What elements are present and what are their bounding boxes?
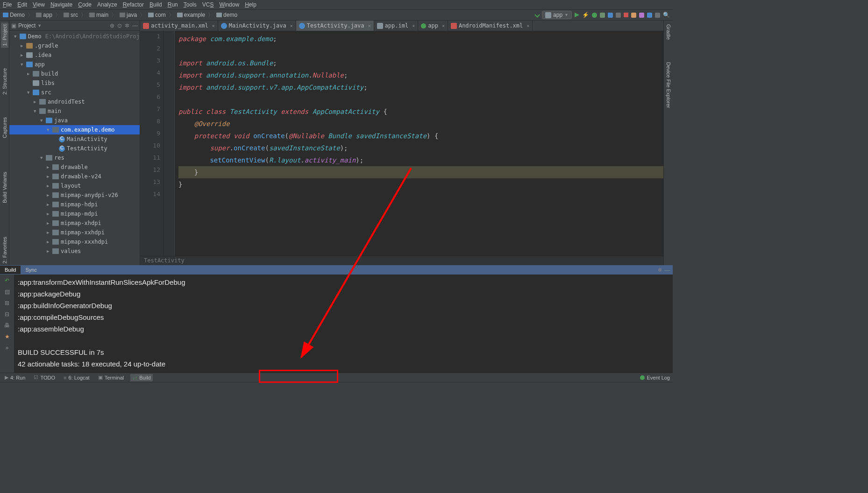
breadcrumb-item[interactable]: src	[64, 12, 78, 18]
editor-icon-gutter[interactable]	[164, 31, 175, 256]
code-line[interactable]: protected void onCreate(@Nullable Bundle…	[178, 130, 663, 142]
code-line[interactable]	[178, 190, 663, 203]
code-line[interactable]: @Override	[178, 118, 663, 130]
gear-icon[interactable]: ✲	[125, 22, 129, 29]
tool-tab-gradle[interactable]: Gradle	[665, 22, 672, 42]
collapse-icon[interactable]: ⊕	[110, 22, 114, 29]
file-tab[interactable]: app×	[418, 21, 448, 31]
tool-tab-1-project[interactable]: 1: Project	[1, 22, 8, 48]
close-icon[interactable]: ×	[412, 23, 415, 28]
close-icon[interactable]: ×	[212, 23, 215, 28]
bottom-tab-terminal[interactable]: ▣Terminal	[96, 373, 126, 381]
tree-node[interactable]: ▶build	[9, 69, 140, 78]
line-number-gutter[interactable]: 1234567891011121314	[140, 31, 164, 256]
tab-build[interactable]: Build	[0, 266, 21, 274]
code-line[interactable]	[178, 45, 663, 57]
project-tree[interactable]: ▼DemoE:\Android\AndroidStudioProj▶.gradl…	[9, 31, 140, 265]
bottom-tab-build[interactable]: ↓↑Build	[130, 374, 152, 381]
code-line[interactable]: import android.os.Bundle;	[178, 57, 663, 69]
more-icon[interactable]: »	[6, 345, 9, 351]
tree-node[interactable]: libs	[9, 78, 140, 88]
tree-node[interactable]: ▶values	[9, 246, 140, 256]
tree-node[interactable]: ▶layout	[9, 181, 140, 190]
tree-node[interactable]: ▶mipmap-mdpi	[9, 209, 140, 218]
gear-icon[interactable]: ✲	[658, 267, 662, 273]
avd-icon[interactable]	[639, 13, 644, 18]
tree-node[interactable]: ▶.idea	[9, 50, 140, 60]
tree-node[interactable]: ▶mipmap-xhdpi	[9, 218, 140, 228]
close-icon[interactable]: ×	[526, 23, 529, 28]
bottom-tab-4-run[interactable]: ▶4: Run	[3, 373, 27, 381]
tree-node[interactable]: ▶mipmap-hdpi	[9, 200, 140, 209]
menu-navigate[interactable]: Navigate	[50, 1, 72, 8]
tree-node[interactable]: ▼com.example.demo	[9, 125, 140, 134]
code-line[interactable]: }	[178, 178, 663, 190]
breadcrumb-item[interactable]: Demo	[3, 12, 25, 18]
menu-code[interactable]: Code	[78, 1, 92, 8]
menu-run[interactable]: Run	[168, 1, 178, 8]
tree-node[interactable]: ▶drawable	[9, 162, 140, 172]
tree-node[interactable]: ▶mipmap-anydpi-v26	[9, 190, 140, 200]
toolbar-icon[interactable]	[616, 13, 621, 18]
tree-node[interactable]: ▼res	[9, 153, 140, 162]
menu-file[interactable]: File	[3, 1, 12, 8]
menu-refactor[interactable]: Refactor	[123, 1, 144, 8]
tool-tab-2-favorites[interactable]: 2: Favorites	[1, 235, 8, 265]
tree-node[interactable]: ▶mipmap-xxhdpi	[9, 228, 140, 237]
tree-node[interactable]: ▼java	[9, 116, 140, 125]
tool-tab-captures[interactable]: Captures	[1, 115, 8, 140]
breadcrumb-item[interactable]: example	[177, 12, 205, 18]
tool-tab-device-file-explorer[interactable]: Device File Explorer	[665, 60, 672, 110]
file-tab[interactable]: AndroidManifest.xml×	[448, 21, 533, 31]
breadcrumb-item[interactable]: java	[120, 12, 137, 18]
sync-icon[interactable]	[631, 13, 636, 18]
file-tab[interactable]: activity_main.xml×	[140, 21, 218, 31]
tree-node[interactable]: ▼app	[9, 60, 140, 69]
print-icon[interactable]: 🖶	[4, 322, 10, 329]
menu-build[interactable]: Build	[149, 1, 162, 8]
file-tab[interactable]: TestActivity.java×	[296, 21, 374, 31]
tree-node[interactable]: MainActivity	[9, 134, 140, 144]
menu-view[interactable]: View	[33, 1, 45, 8]
breadcrumb-item[interactable]: app	[36, 12, 52, 18]
expand-icon[interactable]: ⊞	[5, 300, 9, 306]
profile-icon[interactable]	[600, 13, 605, 18]
tree-node[interactable]: ▶androidTest	[9, 97, 140, 106]
bottom-tab-6-logcat[interactable]: ≡6: Logcat	[62, 374, 92, 381]
filter-icon[interactable]: ▤	[5, 289, 10, 295]
breadcrumb-item[interactable]: demo	[216, 12, 237, 18]
code-line[interactable]: import android.support.v7.app.AppCompatA…	[178, 81, 663, 93]
menu-window[interactable]: Window	[219, 1, 239, 8]
hide-icon[interactable]: —	[665, 267, 670, 273]
breadcrumb[interactable]: Demo〉app〉src〉main〉java〉com〉example〉demo	[3, 11, 237, 19]
attach-icon[interactable]	[608, 13, 613, 18]
close-icon[interactable]: ×	[290, 23, 293, 28]
run-icon[interactable]	[575, 13, 579, 17]
file-tab[interactable]: MainActivity.java×	[218, 21, 296, 31]
menu-analyze[interactable]: Analyze	[97, 1, 117, 8]
tab-sync[interactable]: Sync	[21, 266, 41, 274]
tree-node[interactable]: ▼main	[9, 106, 140, 116]
scope-icon[interactable]: ▣	[11, 22, 16, 29]
tool-tab-build-variants[interactable]: Build Variants	[1, 170, 8, 205]
chevron-down-icon[interactable]: ▼	[37, 23, 42, 28]
bottom-tab-todo[interactable]: ☑TODO	[32, 373, 57, 381]
panel-title[interactable]: Project	[18, 22, 36, 29]
tree-node[interactable]: ▶.gradle	[9, 41, 140, 50]
run-config-selector[interactable]: app ▼	[542, 11, 572, 19]
close-icon[interactable]: ×	[442, 23, 445, 28]
file-tab[interactable]: app.iml×	[374, 21, 419, 31]
code-line[interactable]	[178, 93, 663, 106]
menu-vcs[interactable]: VCS	[202, 1, 214, 8]
code-line[interactable]: public class TestActivity extends AppCom…	[178, 106, 663, 118]
tree-node[interactable]: ▶mipmap-xxxhdpi	[9, 237, 140, 246]
sdk-icon[interactable]	[647, 13, 652, 18]
favorite-icon[interactable]: ★	[5, 333, 10, 340]
apply-changes-icon[interactable]: ⚡	[582, 12, 589, 18]
build-output[interactable]: :app:transformDexWithInstantRunSlicesApk…	[14, 275, 673, 373]
menu-tools[interactable]: Tools	[184, 1, 197, 8]
hide-icon[interactable]: —	[132, 22, 138, 29]
rerun-icon[interactable]: ↶	[5, 277, 9, 284]
tree-node[interactable]: ▶drawable-v24	[9, 172, 140, 181]
editor-breadcrumb[interactable]: TestActivity	[140, 256, 663, 265]
